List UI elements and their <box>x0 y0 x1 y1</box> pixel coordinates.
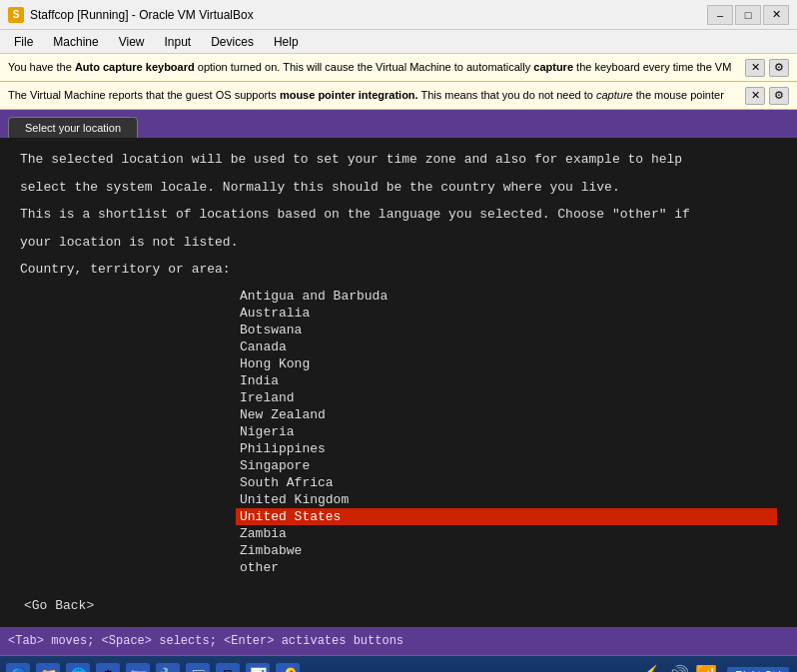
tray-icon-2: 🔊 <box>667 664 689 672</box>
country-item-other[interactable]: other <box>240 559 777 576</box>
notif-mouse-close[interactable]: ✕ <box>745 87 765 105</box>
taskbar-icon-9[interactable]: 📊 <box>246 663 270 672</box>
country-item-us[interactable]: United States <box>236 508 777 525</box>
country-item[interactable]: Antigua and Barbuda <box>240 288 777 305</box>
country-item[interactable]: Nigeria <box>240 423 777 440</box>
notif-keyboard-settings[interactable]: ⚙ <box>769 59 789 77</box>
taskbar-icon-8[interactable]: 🖥 <box>216 663 240 672</box>
taskbar-left: 🔵 📁 🌐 ⚙ 📷 🔧 💻 🖥 📊 🔑 <box>4 661 302 672</box>
taskbar-right: ⚡ 🔊 📶 Right Ctrl <box>639 664 793 672</box>
menu-input[interactable]: Input <box>155 30 202 53</box>
country-item[interactable]: Australia <box>240 305 777 322</box>
system-tray-icons: ⚡ 🔊 📶 <box>639 664 717 672</box>
statusbar-text: <Tab> moves; <Space> selects; <Enter> ac… <box>8 634 403 648</box>
restore-button[interactable]: □ <box>735 5 761 25</box>
country-item[interactable]: Philippines <box>240 440 777 457</box>
installer-tab-location[interactable]: Select your location <box>8 117 138 138</box>
desc-line4: This is a shortlist of locations based o… <box>20 205 777 225</box>
menu-help[interactable]: Help <box>264 30 309 53</box>
country-item[interactable]: Singapore <box>240 457 777 474</box>
taskbar-icon-2[interactable]: 📁 <box>36 663 60 672</box>
close-button[interactable]: ✕ <box>763 5 789 25</box>
window-title: Staffcop [Running] - Oracle VM VirtualBo… <box>30 8 707 22</box>
taskbar: 🔵 📁 🌐 ⚙ 📷 🔧 💻 🖥 📊 🔑 ⚡ 🔊 📶 Right Ctrl <box>0 655 797 673</box>
country-item[interactable]: Hong Kong <box>240 355 777 372</box>
installer-tabbar: Select your location <box>0 110 797 138</box>
country-item-uk[interactable]: United Kingdom <box>240 491 777 508</box>
taskbar-icon-4[interactable]: ⚙ <box>96 663 120 672</box>
vm-content-area: Select your location The selected locati… <box>0 110 797 655</box>
notification-keyboard: You have the Auto capture keyboard optio… <box>0 54 797 82</box>
taskbar-icon-3[interactable]: 🌐 <box>66 663 90 672</box>
taskbar-icon-6[interactable]: 🔧 <box>156 663 180 672</box>
tray-icon-3: 📶 <box>695 664 717 672</box>
installer-tab-label: Select your location <box>25 122 121 134</box>
country-item[interactable]: South Africa <box>240 474 777 491</box>
statusbar: <Tab> moves; <Space> selects; <Enter> ac… <box>0 627 797 655</box>
country-list: Antigua and Barbuda Australia Botswana C… <box>240 288 777 576</box>
country-item[interactable]: Zambia <box>240 525 777 542</box>
country-item[interactable]: Canada <box>240 338 777 355</box>
country-item[interactable]: Zimbabwe <box>240 542 777 559</box>
go-back-button[interactable]: <Go Back> <box>20 596 98 615</box>
taskbar-icon-10[interactable]: 🔑 <box>276 663 300 672</box>
prompt-label: Country, territory or area: <box>20 260 777 280</box>
country-item[interactable]: India <box>240 372 777 389</box>
country-item[interactable]: Ireland <box>240 389 777 406</box>
desc-line2: select the system locale. Normally this … <box>20 178 777 198</box>
taskbar-icon-1[interactable]: 🔵 <box>6 663 30 672</box>
menu-devices[interactable]: Devices <box>201 30 264 53</box>
menu-file[interactable]: File <box>4 30 43 53</box>
country-item[interactable]: Botswana <box>240 322 777 338</box>
menu-view[interactable]: View <box>109 30 155 53</box>
notif-keyboard-close[interactable]: ✕ <box>745 59 765 77</box>
right-ctrl-label: Right Ctrl <box>727 667 789 672</box>
notif-mouse-text: The Virtual Machine reports that the gue… <box>8 88 737 103</box>
notif-keyboard-text: You have the Auto capture keyboard optio… <box>8 60 737 75</box>
taskbar-icon-7[interactable]: 💻 <box>186 663 210 672</box>
notif-mouse-buttons: ✕ ⚙ <box>745 87 789 105</box>
titlebar: S Staffcop [Running] - Oracle VM Virtual… <box>0 0 797 30</box>
desc-line1: The selected location will be used to se… <box>20 150 777 170</box>
country-item[interactable]: New Zealand <box>240 406 777 423</box>
menubar: File Machine View Input Devices Help <box>0 30 797 54</box>
taskbar-icon-5[interactable]: 📷 <box>126 663 150 672</box>
notif-mouse-settings[interactable]: ⚙ <box>769 87 789 105</box>
window-controls: – □ ✕ <box>707 5 789 25</box>
notification-mouse: The Virtual Machine reports that the gue… <box>0 82 797 110</box>
minimize-button[interactable]: – <box>707 5 733 25</box>
menu-machine[interactable]: Machine <box>43 30 108 53</box>
app-icon: S <box>8 7 24 23</box>
desc-line5: your location is not listed. <box>20 233 777 253</box>
tray-icon-1: ⚡ <box>639 664 661 672</box>
notif-keyboard-buttons: ✕ ⚙ <box>745 59 789 77</box>
installer-content: The selected location will be used to se… <box>0 138 797 627</box>
